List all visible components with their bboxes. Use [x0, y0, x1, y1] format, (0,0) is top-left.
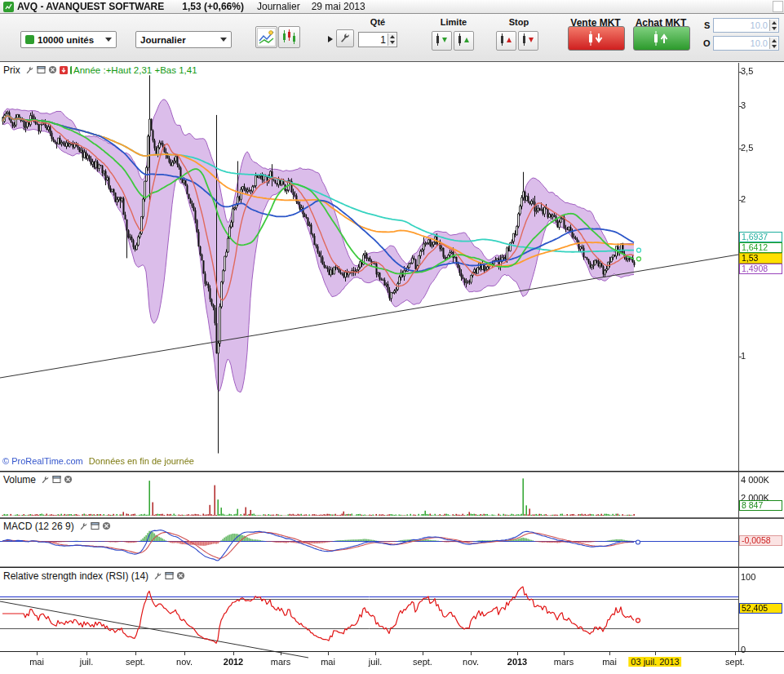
qty-value: 1: [380, 34, 386, 46]
macd-panel-header: MACD (12 26 9): [2, 520, 114, 532]
collapse-arrow-icon[interactable]: [328, 36, 333, 42]
o-input[interactable]: 10.0: [713, 36, 779, 51]
wrench-icon[interactable]: [79, 521, 88, 530]
buy-market-button[interactable]: [633, 26, 690, 51]
wrench-icon[interactable]: [41, 475, 50, 484]
titlebar-corner-box: [773, 1, 783, 12]
indicator-settings-button[interactable]: [255, 26, 277, 48]
sell-mini-icon[interactable]: [60, 66, 68, 74]
sell-market-button[interactable]: [568, 26, 625, 51]
order-settings-button[interactable]: [336, 29, 354, 47]
copyright: © ProRealTime.com Données en fin de jour…: [2, 456, 194, 466]
timeframe-dropdown-label: Journalier: [140, 35, 186, 45]
last-price-text: 1,53 (+0,66%): [182, 1, 244, 12]
buy-limit-button[interactable]: [432, 31, 452, 51]
rsi-panel-header: Relative strength index (RSI) (14): [2, 570, 188, 582]
price-panel-header: Prix: [2, 64, 82, 76]
window-icon[interactable]: [37, 65, 46, 74]
instrument-name: AVQ - AVANQUEST SOFTWARE: [17, 1, 164, 12]
close-icon[interactable]: [102, 521, 111, 530]
timeframe-dropdown[interactable]: Journalier: [135, 31, 232, 48]
units-dropdown[interactable]: 10000 unités: [20, 31, 117, 48]
o-spinner[interactable]: [769, 38, 777, 49]
volume-scale-label: 4 000K: [741, 475, 769, 485]
qty-label: Qté: [357, 17, 399, 27]
wrench-icon[interactable]: [25, 65, 34, 74]
macd-value-marker: -0,0058: [739, 535, 782, 546]
s-spinner[interactable]: [769, 20, 777, 31]
sell-limit-button[interactable]: [454, 31, 474, 51]
order-toolbar: 10000 unités Journalier Qté 1 Limite Sto…: [0, 14, 784, 62]
year-high-low-stats: Année :+Haut 2,31 +Bas 1,41: [72, 65, 199, 75]
stop-label: Stop: [494, 17, 543, 27]
chevron-down-icon: [220, 38, 227, 42]
units-dropdown-label: 10000 unités: [38, 35, 94, 45]
macd-panel-title: MACD (12 26 9): [3, 521, 74, 532]
qty-spinner[interactable]: [388, 33, 396, 46]
qty-input[interactable]: 1: [358, 32, 397, 47]
rsi-panel-title: Relative strength index (RSI) (14): [3, 570, 148, 582]
price-panel-title: Prix: [3, 64, 20, 76]
s-input[interactable]: 10.0: [713, 18, 779, 33]
close-icon[interactable]: [176, 571, 185, 580]
window-icon[interactable]: [52, 475, 61, 484]
app-icon: [3, 2, 14, 12]
data-notice: Données en fin de journée: [89, 456, 194, 466]
titlebar-date: 29 mai 2013: [312, 1, 365, 12]
rsi-scale-label: 100: [741, 572, 755, 582]
s-label: S: [704, 20, 710, 30]
titlebar: AVQ - AVANQUEST SOFTWARE 1,53 (+0,66%) J…: [0, 0, 784, 14]
limit-label: Limite: [430, 17, 477, 27]
close-icon[interactable]: [64, 475, 73, 484]
sell-stop-button[interactable]: [518, 31, 538, 51]
rsi-scale-label: 0: [741, 645, 746, 654]
volume-value-marker: 8 847: [739, 500, 782, 511]
trading-app: AVQ - AVANQUEST SOFTWARE 1,53 (+0,66%) J…: [0, 0, 784, 674]
close-icon[interactable]: [48, 65, 57, 74]
chevron-down-icon: [105, 38, 112, 42]
window-icon[interactable]: [91, 521, 100, 530]
volume-panel-header: Volume: [2, 473, 76, 486]
wrench-icon[interactable]: [153, 571, 162, 580]
o-value: 10.0: [751, 38, 768, 48]
buy-stop-button[interactable]: [496, 31, 516, 51]
rsi-value-marker: 52,405: [739, 603, 782, 614]
titlebar-timeframe: Journalier: [257, 1, 300, 12]
candlestick-style-button[interactable]: [278, 26, 300, 48]
units-icon: [25, 35, 34, 44]
window-icon[interactable]: [165, 571, 174, 580]
o-label: O: [703, 38, 711, 48]
volume-panel-title: Volume: [3, 474, 36, 486]
prorealtime-link[interactable]: © ProRealTime.com: [2, 456, 83, 466]
s-value: 10.0: [751, 20, 768, 30]
